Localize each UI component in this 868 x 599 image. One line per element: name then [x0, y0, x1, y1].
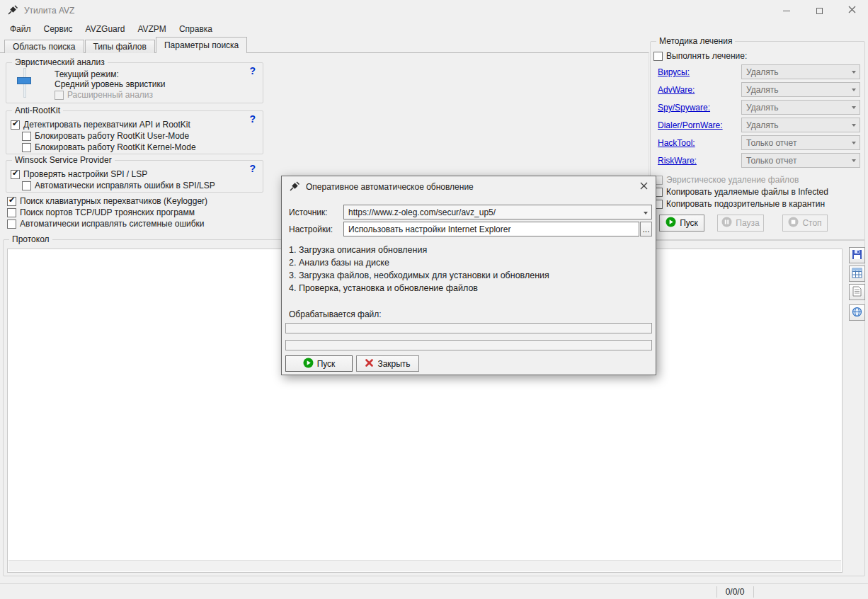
- menu-file[interactable]: Файл: [4, 22, 38, 36]
- checkbox-row-copy-quarantine[interactable]: Копировать подозрительные в карантин: [653, 199, 825, 209]
- tab-file-types[interactable]: Типы файлов: [85, 40, 155, 53]
- current-mode-label: Текущий режим:: [55, 69, 119, 79]
- checkbox[interactable]: [653, 52, 663, 61]
- checkbox-row-extended-analysis[interactable]: Расширенный анализ: [55, 90, 153, 100]
- maximize-icon: [816, 8, 823, 14]
- close-icon: [640, 182, 648, 192]
- action-dropdown-spyware[interactable]: Удалять: [741, 100, 860, 115]
- pause-scan-button[interactable]: Пауза: [717, 215, 764, 232]
- stop-scan-button[interactable]: Стоп: [782, 215, 828, 232]
- tab-search-area[interactable]: Область поиска: [4, 40, 84, 53]
- action-dropdown-hacktool[interactable]: Только отчет: [741, 135, 860, 150]
- group-title: Эвристический анализ: [12, 57, 108, 67]
- checkbox-label: Выполнять лечение:: [666, 51, 747, 61]
- window-title: Утилита AVZ: [24, 6, 74, 16]
- avz-main-window: Утилита AVZ Файл Сервис AVZGuard AVZPM С…: [0, 0, 868, 599]
- play-icon: [303, 358, 314, 370]
- save-log-button[interactable]: [849, 247, 865, 263]
- group-title: Протокол: [9, 234, 52, 244]
- source-label: Источник:: [289, 207, 328, 217]
- category-link-hacktool[interactable]: HackTool:: [658, 138, 695, 148]
- menu-service[interactable]: Сервис: [38, 22, 79, 36]
- category-link-riskware[interactable]: RiskWare:: [658, 156, 697, 166]
- checkbox[interactable]: [55, 91, 64, 100]
- checkbox-row-perform-treatment[interactable]: Выполнять лечение:: [653, 51, 747, 61]
- action-dropdown-riskware[interactable]: Только отчет: [741, 153, 860, 168]
- menu-avzpm[interactable]: AVZPM: [131, 22, 172, 36]
- chevron-down-icon: [644, 212, 648, 215]
- update-step: 4. Проверка, установка и обновление файл…: [289, 282, 549, 295]
- browse-settings-button[interactable]: ...: [640, 222, 652, 236]
- slider-handle[interactable]: [17, 77, 31, 84]
- dialog-close-button[interactable]: [636, 180, 651, 194]
- checkbox[interactable]: [22, 143, 31, 152]
- chevron-down-icon: [852, 124, 856, 127]
- category-link-spyware[interactable]: Spy/Spyware:: [658, 103, 710, 113]
- help-link[interactable]: ?: [249, 163, 256, 174]
- horizontal-scrollbar[interactable]: [8, 560, 841, 571]
- checkbox-label: Блокировать работу RootKit User-Mode: [35, 131, 189, 141]
- category-link-viruses[interactable]: Вирусы:: [658, 67, 690, 77]
- checkbox-row-heuristic-delete[interactable]: Эвристическое удаление файлов: [653, 175, 799, 185]
- dropdown-value: Удалять: [746, 120, 779, 130]
- checkbox-row-fix-spi[interactable]: Автоматически исправлять ошибки в SPI/LS…: [22, 181, 215, 190]
- category-link-dialer[interactable]: Dialer/PornWare:: [658, 120, 723, 130]
- web-update-button[interactable]: [849, 304, 865, 321]
- start-scan-button[interactable]: Пуск: [659, 215, 704, 232]
- checkbox-label: Поиск клавиатурных перехватчиков (Keylog…: [20, 196, 207, 206]
- play-icon: [666, 217, 676, 229]
- action-dropdown-dialer[interactable]: Удалять: [741, 118, 860, 132]
- statusbar-counters: 0/0/0: [716, 587, 753, 597]
- checkbox[interactable]: [7, 208, 16, 217]
- grid-icon: [852, 268, 862, 280]
- checkbox[interactable]: [7, 197, 16, 206]
- checkbox-label: Детектировать перехватчики API и RootKit: [23, 120, 190, 130]
- chevron-down-icon: [852, 106, 856, 109]
- dropdown-value: Удалять: [746, 103, 779, 113]
- checkbox-label: Эвристическое удаление файлов: [666, 175, 799, 185]
- dropdown-value: Только отчет: [746, 156, 796, 166]
- maximize-button[interactable]: [803, 0, 835, 21]
- checkbox[interactable]: [22, 132, 31, 141]
- checkbox-row-tcp-ports[interactable]: Поиск портов TCP/UDP троянских программ: [7, 207, 195, 217]
- checkbox-row-keylogger[interactable]: Поиск клавиатурных перехватчиков (Keylog…: [7, 196, 207, 206]
- checkbox-row-detect-hooks[interactable]: Детектировать перехватчики API и RootKit: [11, 120, 190, 130]
- checkbox-row-block-usermode[interactable]: Блокировать работу RootKit User-Mode: [22, 131, 189, 141]
- chevron-down-icon: [852, 71, 856, 74]
- menu-avzguard[interactable]: AVZGuard: [79, 22, 132, 36]
- globe-icon: [852, 307, 862, 319]
- minimize-button[interactable]: [770, 0, 803, 21]
- checkbox[interactable]: [11, 170, 20, 179]
- open-log-button[interactable]: [849, 284, 865, 300]
- checkbox-row-copy-infected[interactable]: Копировать удаляемые файлы в Infected: [653, 187, 828, 197]
- category-link-advware[interactable]: AdvWare:: [658, 85, 695, 95]
- update-step: 2. Анализ базы на диске: [289, 256, 549, 269]
- field-value: Использовать настройки Internet Explorer: [348, 224, 510, 234]
- update-step: 1. Загрузка описания обновления: [289, 244, 549, 256]
- processing-file-label: Обрабатывается файл:: [289, 309, 382, 319]
- checkbox-row-block-kernelmode[interactable]: Блокировать работу RootKit Kernel-Mode: [22, 142, 196, 152]
- start-update-button[interactable]: Пуск: [285, 355, 353, 372]
- checkbox-row-fix-system-errors[interactable]: Автоматически исправлять системные ошибк…: [7, 219, 205, 229]
- action-dropdown-advware[interactable]: Удалять: [741, 82, 860, 97]
- checkbox[interactable]: [11, 120, 20, 130]
- action-dropdown-viruses[interactable]: Удалять: [741, 64, 860, 79]
- stop-icon: [788, 217, 799, 229]
- settings-field[interactable]: Использовать настройки Internet Explorer: [343, 222, 639, 236]
- checkbox-label: Расширенный анализ: [67, 90, 153, 100]
- help-link[interactable]: ?: [249, 65, 256, 76]
- source-combobox[interactable]: https://www.z-oleg.com/secur/avz_up5/: [343, 205, 652, 219]
- checkbox[interactable]: [22, 181, 31, 190]
- checkbox[interactable]: [7, 219, 16, 229]
- log-settings-button[interactable]: [849, 266, 865, 282]
- checkbox-row-check-spi[interactable]: Проверять настройки SPI / LSP: [11, 169, 147, 179]
- help-link[interactable]: ?: [249, 113, 256, 125]
- group-heuristic-analysis: Эвристический анализ ? Текущий режим: Ср…: [6, 62, 263, 103]
- tab-search-params[interactable]: Параметры поиска: [156, 37, 247, 53]
- menu-help[interactable]: Справка: [173, 22, 219, 36]
- heuristics-level-slider[interactable]: [16, 67, 33, 99]
- close-button[interactable]: [835, 0, 868, 21]
- checkbox-label: Автоматически исправлять системные ошибк…: [20, 219, 205, 229]
- close-update-button[interactable]: Закрыть: [356, 355, 419, 372]
- avz-logo-icon: [7, 4, 18, 18]
